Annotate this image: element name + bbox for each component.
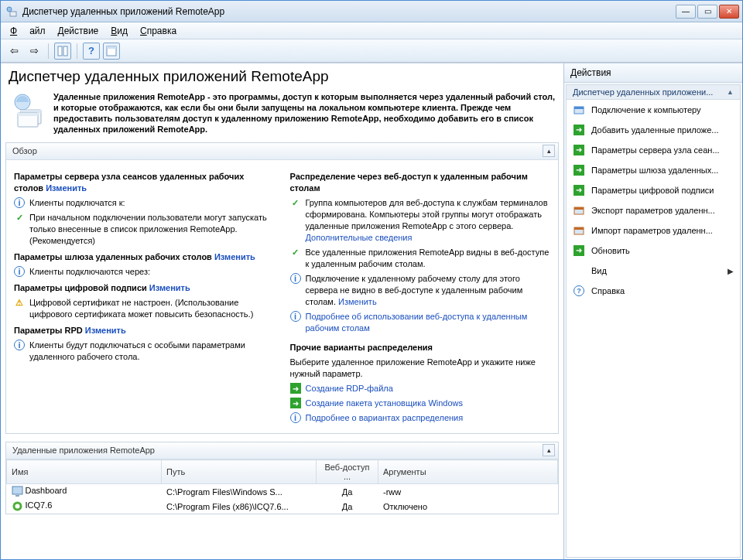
actions-group-header[interactable]: Диспетчер удаленных приложени... ▲: [567, 85, 740, 100]
action-label: Вид: [591, 266, 607, 275]
create-rdp-link[interactable]: Создание RDP-файла: [306, 383, 551, 394]
warning-icon: ⚠: [14, 297, 25, 308]
remoteapps-collapse-button[interactable]: ▴: [543, 444, 555, 456]
webaccess-group-text: Группа компьютеров для веб-доступа к слу…: [306, 198, 548, 230]
svg-point-0: [7, 7, 12, 12]
gateway-connect-text: Клиенты подключаются через:: [29, 266, 275, 278]
dist-learnmore-link[interactable]: Подробнее о вариантах распределения: [306, 412, 551, 424]
svg-rect-12: [15, 495, 19, 497]
action-item-9[interactable]: ?Справка: [567, 281, 740, 301]
cell-args: -rww: [378, 484, 558, 500]
page-title: Диспетчер удаленных приложений RemoteApp: [9, 68, 556, 85]
remoteapps-heading-text: Удаленные приложения RemoteApp: [12, 446, 155, 455]
chevron-up-icon: ▲: [727, 88, 734, 96]
overview-collapse-button[interactable]: ▴: [543, 145, 555, 157]
overview-section: Обзор ▴ Параметры сервера узла сеансов у…: [5, 142, 559, 434]
view-icon: [573, 265, 585, 277]
other-dist-sub: Выберите удаленное приложение RemoteApp …: [290, 357, 551, 380]
col-web[interactable]: Веб-доступ ...: [317, 460, 378, 484]
minimize-button[interactable]: —: [676, 5, 696, 19]
rdsh-allowlist-text: При начальном подключении пользователи м…: [29, 212, 275, 247]
action-item-8[interactable]: Вид▶: [567, 261, 740, 281]
rdsh-connect-text: Клиенты подключатся к:: [29, 197, 275, 209]
page-header: Диспетчер удаленных приложений RemoteApp: [1, 63, 563, 91]
signature-cert-text: Цифровой сертификат не настроен. (Исполь…: [29, 297, 275, 320]
forward-button[interactable]: ⇨: [26, 43, 43, 60]
signature-settings-icon: ➜: [573, 184, 585, 196]
help-icon: ?: [573, 285, 585, 297]
svg-rect-11: [12, 487, 22, 494]
action-item-0[interactable]: Подключение к компьютеру: [567, 100, 740, 120]
action-label: Справка: [591, 286, 625, 295]
overview-right-column: Распределение через веб-доступ к удаленн…: [290, 166, 551, 427]
svg-rect-20: [574, 227, 584, 230]
action-item-1[interactable]: ➜Добавить удаленные приложе...: [567, 120, 740, 140]
rdsh-settings-change-link[interactable]: Изменить: [46, 183, 87, 193]
action-label: Параметры шлюза удаленных...: [591, 166, 718, 175]
action-item-6[interactable]: Импорт параметров удаленн...: [567, 220, 740, 241]
action-label: Добавить удаленные приложе...: [591, 125, 719, 135]
create-msi-link[interactable]: Создание пакета установщика Windows: [306, 398, 551, 409]
rdp-custom-text: Клиенты будут подключаться с особыми пар…: [29, 340, 275, 363]
webaccess-hidden-change-link[interactable]: Изменить: [338, 297, 377, 306]
col-name[interactable]: Имя: [7, 460, 162, 484]
action-label: Параметры цифровой подписи: [591, 186, 714, 195]
svg-rect-18: [574, 207, 584, 210]
app-window: Диспетчер удаленных приложений RemoteApp…: [0, 0, 743, 560]
signature-settings-change-link[interactable]: Изменить: [149, 283, 190, 292]
gateway-settings-change-link[interactable]: Изменить: [214, 252, 255, 261]
check-icon: ✓: [290, 247, 301, 258]
col-path[interactable]: Путь: [162, 460, 317, 484]
table-row[interactable]: ICQ7.6 C:\Program Files (x86)\ICQ7.6... …: [7, 499, 558, 514]
info-icon: i: [290, 311, 301, 322]
svg-rect-5: [107, 46, 116, 49]
menu-view[interactable]: Вид: [104, 24, 134, 38]
webaccess-moreinfo-link[interactable]: Дополнительные сведения: [306, 233, 413, 242]
svg-point-14: [15, 504, 19, 509]
add-app-icon: ➜: [573, 124, 585, 136]
intro: Удаленные приложения RemoteApp - это про…: [1, 91, 563, 142]
action-item-7[interactable]: ➜Обновить: [567, 241, 740, 261]
table-row[interactable]: Dashboard C:\Program Files\Windows S... …: [7, 484, 558, 500]
info-icon: i: [290, 412, 301, 423]
maximize-button[interactable]: ▭: [697, 5, 717, 19]
cell-web: Да: [317, 499, 378, 514]
titlebar: Диспетчер удаленных приложений RemoteApp…: [1, 1, 742, 22]
intro-text: Удаленные приложения RemoteApp - это про…: [53, 91, 556, 135]
gateway-settings-icon: ➜: [573, 164, 585, 176]
show-hide-tree-button[interactable]: [54, 43, 71, 60]
info-icon: i: [14, 197, 25, 208]
action-item-5[interactable]: Экспорт параметров удаленн...: [567, 200, 740, 220]
toolbar: ⇦ ⇨ ?: [1, 39, 742, 63]
arrow-right-icon: ➜: [290, 383, 301, 394]
properties-button[interactable]: [103, 43, 120, 60]
main-pane: Диспетчер удаленных приложений RemoteApp…: [1, 63, 564, 559]
app-icon: [12, 486, 23, 497]
action-item-2[interactable]: ➜Параметры сервера узла сеан...: [567, 140, 740, 160]
help-button[interactable]: ?: [83, 43, 100, 60]
svg-rect-8: [21, 110, 41, 113]
cell-path: C:\Program Files\Windows S...: [162, 484, 317, 500]
svg-rect-3: [63, 46, 67, 56]
col-args[interactable]: Аргументы: [378, 460, 558, 484]
webaccess-learnmore-link[interactable]: Подробнее об использовании веб-доступа к…: [306, 311, 551, 334]
webaccess-visible-text: Все удаленные приложения RemoteApp видны…: [306, 247, 551, 270]
menu-help[interactable]: Справка: [134, 24, 183, 38]
rdp-settings-change-link[interactable]: Изменить: [85, 326, 126, 335]
overview-left-column: Параметры сервера узла сеансов удаленных…: [14, 166, 275, 427]
action-item-3[interactable]: ➜Параметры шлюза удаленных...: [567, 160, 740, 180]
cell-name: Dashboard: [26, 486, 67, 495]
info-icon: i: [290, 273, 301, 284]
menu-action[interactable]: Действие: [52, 24, 105, 38]
actions-heading: Действия: [564, 63, 742, 83]
cell-args: Отключено: [378, 499, 558, 514]
action-item-4[interactable]: ➜Параметры цифровой подписи: [567, 180, 740, 200]
action-label: Импорт параметров удаленн...: [591, 226, 713, 235]
back-button[interactable]: ⇦: [5, 43, 22, 60]
action-label: Параметры сервера узла сеан...: [591, 145, 720, 155]
action-label: Экспорт параметров удаленн...: [591, 206, 715, 215]
remoteapps-section: Удаленные приложения RemoteApp ▴ Имя Пут…: [5, 442, 559, 514]
menu-file[interactable]: Файл: [4, 24, 52, 38]
close-button[interactable]: ✕: [719, 5, 739, 19]
cell-path: C:\Program Files (x86)\ICQ7.6...: [162, 499, 317, 514]
